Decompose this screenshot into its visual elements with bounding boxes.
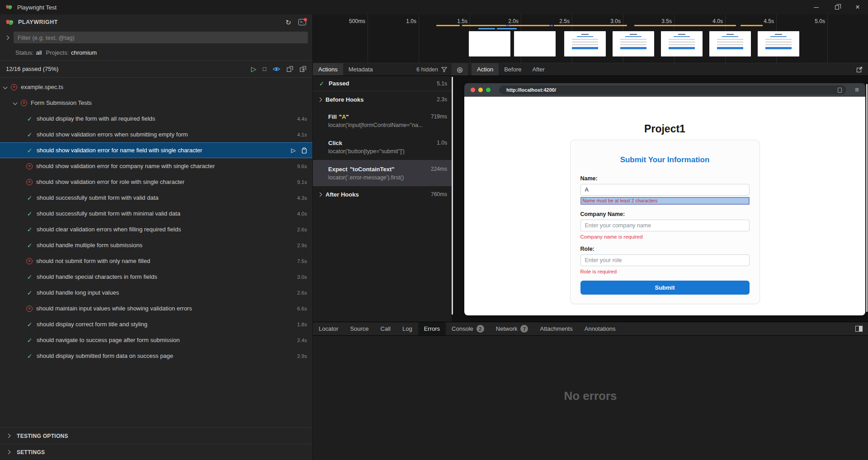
pass-icon: ✓ <box>318 80 325 87</box>
action-step-row[interactable]: Expect"toContainText"224mslocator('.erro… <box>313 160 452 186</box>
test-tree-row[interactable]: ×should not submit form with only name f… <box>0 253 312 269</box>
test-tree-row[interactable]: ✓should successfully submit form with va… <box>0 190 312 206</box>
restore-button[interactable] <box>826 0 847 14</box>
test-tree-row[interactable]: ✓should successfully submit form with mi… <box>0 206 312 221</box>
film-strip-thumbnail[interactable] <box>709 31 751 56</box>
test-tree-row[interactable]: ✓should show validation error for name f… <box>0 142 312 158</box>
test-tree-row[interactable]: ×should show validation error for compan… <box>0 158 312 174</box>
test-tree-row[interactable]: ×Form Submission Tests <box>0 95 312 111</box>
action-argument: "A" <box>339 113 349 120</box>
chevron-right-icon[interactable] <box>5 35 9 40</box>
test-tree-row[interactable]: ✓should handle multiple form submissions… <box>0 237 312 253</box>
company-name-input[interactable] <box>580 220 750 231</box>
projects-value[interactable]: chromium <box>71 49 97 56</box>
tab-before[interactable]: Before <box>499 63 527 75</box>
panel-splitter[interactable] <box>452 77 453 314</box>
tab-metadata[interactable]: Metadata <box>343 63 378 75</box>
chevron-down-icon[interactable] <box>3 85 8 89</box>
test-tree-row[interactable]: ✓should show validation errors when subm… <box>0 127 312 142</box>
test-tree: ×example.spec.ts×Form Submission Tests✓s… <box>0 78 312 460</box>
chevron-right-icon[interactable] <box>318 97 322 102</box>
action-step-header: Expect"toContainText"224ms <box>328 166 447 173</box>
address-bar[interactable]: http://localhost:4200/ <box>499 85 846 94</box>
chevron-down-icon[interactable] <box>13 101 18 105</box>
tab-errors[interactable]: Errors <box>418 322 446 335</box>
tab-label: Annotations <box>585 325 616 332</box>
terminal-icon[interactable]: >_ <box>298 19 306 25</box>
watch-mode-icon[interactable] <box>273 66 280 72</box>
filter-funnel-icon[interactable] <box>441 67 447 72</box>
timeline-action-bar <box>550 25 553 26</box>
timeline-action-bar <box>741 25 763 26</box>
pass-icon: ✓ <box>26 321 33 328</box>
test-tree-row[interactable]: ×example.spec.ts <box>0 79 312 95</box>
test-duration: 2.6s <box>292 227 307 232</box>
filter-input[interactable] <box>14 32 308 43</box>
film-strip-thumbnail[interactable] <box>613 31 654 56</box>
tab-annotations[interactable]: Annotations <box>579 322 622 335</box>
test-duration: 4.0s <box>292 211 307 216</box>
test-tree-row[interactable]: ✓should display the form with all requir… <box>0 111 312 127</box>
film-strip-thumbnail[interactable] <box>758 31 799 56</box>
action-duration: 5.1s <box>433 80 447 87</box>
submit-button[interactable]: Submit <box>580 281 750 295</box>
split-view-icon[interactable] <box>855 326 863 332</box>
role-input[interactable] <box>580 254 750 266</box>
action-duration: 719ms <box>427 113 447 120</box>
minimize-button[interactable] <box>806 0 826 14</box>
test-tree-row[interactable]: ✓should handle special characters in for… <box>0 269 312 285</box>
test-tree-row[interactable]: ✓should clear validation errors when fil… <box>0 221 312 237</box>
tab-after[interactable]: After <box>527 63 550 75</box>
test-tree-row[interactable]: ✓should display correct form title and s… <box>0 316 312 332</box>
preview-scrollbar[interactable] <box>866 84 868 312</box>
status-value[interactable]: all <box>36 49 42 56</box>
menu-icon[interactable]: ≡ <box>855 86 859 94</box>
test-summary-row: 12/16 passed (75%) ▷ □ <box>0 61 312 78</box>
test-tree-row[interactable]: ✓should navigate to success page after f… <box>0 332 312 348</box>
tab-attachments[interactable]: Attachments <box>534 322 578 335</box>
collapse-all-icon[interactable] <box>287 66 293 72</box>
action-step-row[interactable]: Click1.0slocator('button[type="submit"]'… <box>313 134 452 160</box>
copy-icon[interactable] <box>302 147 307 154</box>
chevron-right-icon[interactable] <box>318 192 322 197</box>
thumbnail-sketch-line <box>572 42 598 42</box>
refresh-tests-icon[interactable]: ↻ <box>285 19 291 26</box>
window-title: Playwright Test <box>17 4 57 11</box>
run-all-icon[interactable]: ▷ <box>251 66 257 72</box>
test-tree-row[interactable]: ×should maintain input values while show… <box>0 300 312 316</box>
action-result-row[interactable]: ✓Passed5.1s <box>313 76 452 91</box>
test-tree-row[interactable]: ×should show validation error for role w… <box>0 174 312 190</box>
trace-timeline[interactable]: 500ms1.0s1.5s2.0s2.5s3.0s3.5s4.0s4.5s5.0… <box>313 14 868 63</box>
run-test-icon[interactable]: ▷ <box>291 147 296 153</box>
tab-label: Locator <box>319 325 338 332</box>
stop-icon[interactable]: □ <box>263 66 266 72</box>
tab-call[interactable]: Call <box>375 322 396 335</box>
test-tree-row[interactable]: ✓should handle long input values2.6s <box>0 285 312 300</box>
name-input[interactable] <box>580 184 750 196</box>
sidebar-section-testing-options[interactable]: TESTING OPTIONS <box>0 427 312 444</box>
section-label: SETTINGS <box>17 449 45 455</box>
tab-source[interactable]: Source <box>344 322 374 335</box>
test-name: should display correct form title and st… <box>37 321 147 328</box>
film-strip-thumbnail[interactable] <box>661 31 703 56</box>
expand-all-icon[interactable] <box>300 66 307 72</box>
pick-locator-icon[interactable]: ◎ <box>452 63 468 75</box>
film-strip-thumbnail[interactable] <box>564 31 606 56</box>
tab-locator[interactable]: Locator <box>313 322 344 335</box>
close-button[interactable]: × <box>847 0 868 14</box>
tab-count-badge: 2 <box>476 325 484 333</box>
sidebar-section-settings[interactable]: SETTINGS <box>0 444 312 460</box>
test-tree-row[interactable]: ✓should display submitted form data on s… <box>0 348 312 364</box>
tab-network[interactable]: Network7 <box>490 322 534 335</box>
action-hook-row[interactable]: Before Hooks2.3s <box>313 91 452 108</box>
tab-actions[interactable]: Actions <box>313 63 343 75</box>
film-strip-thumbnail[interactable] <box>514 31 556 56</box>
open-external-icon[interactable] <box>856 63 868 75</box>
action-step-row[interactable]: Fill"A"719mslocator('input[formControlNa… <box>313 108 452 134</box>
thumbnail-sketch-line <box>775 34 782 35</box>
tab-console[interactable]: Console2 <box>446 322 490 335</box>
tab-action[interactable]: Action <box>472 63 499 75</box>
action-hook-row[interactable]: After Hooks760ms <box>313 186 452 202</box>
film-strip-thumbnail[interactable] <box>469 31 510 56</box>
tab-log[interactable]: Log <box>396 322 418 335</box>
